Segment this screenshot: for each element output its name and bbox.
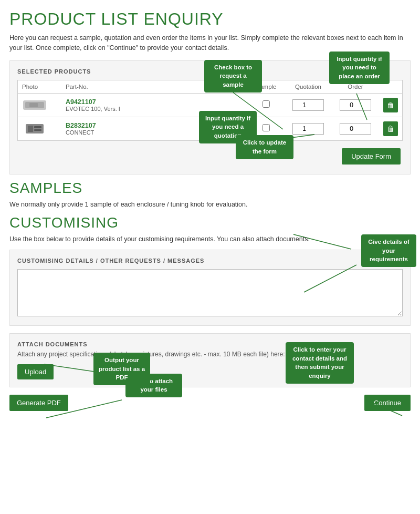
sample-checkbox[interactable]	[262, 124, 270, 131]
customising-title: CUSTOMISING	[9, 214, 411, 231]
callout-attach-files: Use to attach your files	[125, 374, 182, 397]
customising-textarea[interactable]	[17, 269, 403, 316]
attach-label: ATTACH DOCUMENTS	[17, 341, 403, 347]
sample-checkbox[interactable]	[262, 100, 270, 108]
order-input[interactable]	[340, 99, 371, 111]
upload-button[interactable]: Upload	[17, 364, 54, 379]
product-part-no-cell: B2832107CONNECT	[61, 117, 143, 140]
continue-button[interactable]: Continue	[364, 395, 411, 411]
customising-section: CUSTOMISING Use the box below to provide…	[9, 214, 411, 326]
product-photo-cell	[18, 93, 61, 117]
samples-text: We normally only provide 1 sample of eac…	[9, 200, 411, 210]
update-form-row: Update Form	[17, 148, 403, 165]
table-row: B2832107CONNECT🗑	[18, 117, 403, 140]
col-action	[379, 80, 403, 93]
bottom-row: Generate PDF Continue Output your produc…	[9, 395, 411, 416]
col-part-no: Part-No.	[61, 80, 143, 93]
product-order-cell	[332, 117, 379, 140]
customising-box: CUSTOMISING DETAILS / OTHER REQUESTS / M…	[9, 250, 411, 326]
product-delete-cell: 🗑	[379, 93, 403, 117]
svg-rect-5	[34, 126, 41, 128]
delete-product-button[interactable]: 🗑	[383, 98, 398, 112]
products-table: Photo Part-No. Sample Quotation Order A9…	[17, 80, 403, 141]
col-sample: Sample	[248, 80, 285, 93]
update-form-button[interactable]: Update Form	[342, 148, 401, 165]
delete-product-button[interactable]: 🗑	[383, 121, 398, 136]
product-sample-cell	[248, 117, 285, 140]
samples-section: SAMPLES We normally only provide 1 sampl…	[9, 180, 411, 210]
samples-title: SAMPLES	[9, 180, 411, 197]
product-sample-cell	[248, 93, 285, 117]
customising-box-label: CUSTOMISING DETAILS / OTHER REQUESTS / M…	[17, 258, 403, 264]
selected-products-section: SELECTED PRODUCTS Photo Part-No. Sample …	[9, 60, 411, 174]
svg-line-12	[44, 364, 152, 380]
customising-text: Use the box below to provide details of …	[9, 234, 411, 244]
table-row: A9421107EVOTEC 100, Vers. I🗑	[18, 93, 403, 117]
attach-section: ATTACH DOCUMENTS Attach any project spec…	[9, 333, 411, 387]
intro-text: Here you can request a sample, quotation…	[9, 33, 411, 53]
page: PRODUCT LIST ENQUIRY Here you can reques…	[0, 0, 420, 422]
product-quotation-cell	[285, 93, 332, 117]
attach-desc: Attach any project specifications (sketc…	[17, 351, 403, 358]
annotation-line-pdf	[9, 395, 411, 416]
quotation-input[interactable]	[292, 123, 324, 135]
product-quotation-cell	[285, 117, 332, 140]
col-quotation: Quotation	[285, 80, 332, 93]
col-photo: Photo	[18, 80, 61, 93]
svg-rect-4	[28, 126, 33, 132]
product-order-cell	[332, 93, 379, 117]
product-delete-cell: 🗑	[379, 117, 403, 140]
callout-order-qty: Input quantity if you need to place an o…	[329, 52, 390, 84]
svg-rect-6	[34, 129, 41, 131]
svg-rect-2	[29, 103, 38, 107]
quotation-input[interactable]	[292, 99, 324, 111]
order-input[interactable]	[340, 123, 371, 135]
selected-products-label: SELECTED PRODUCTS	[17, 68, 403, 75]
annotation-line-continue	[9, 395, 411, 416]
col-spacer	[143, 80, 248, 93]
page-title: PRODUCT LIST ENQUIRY	[9, 9, 411, 29]
product-photo-cell	[18, 117, 61, 140]
product-part-no-cell: A9421107EVOTEC 100, Vers. I	[61, 93, 143, 117]
generate-pdf-button[interactable]: Generate PDF	[9, 395, 68, 411]
col-order: Order	[332, 80, 379, 93]
